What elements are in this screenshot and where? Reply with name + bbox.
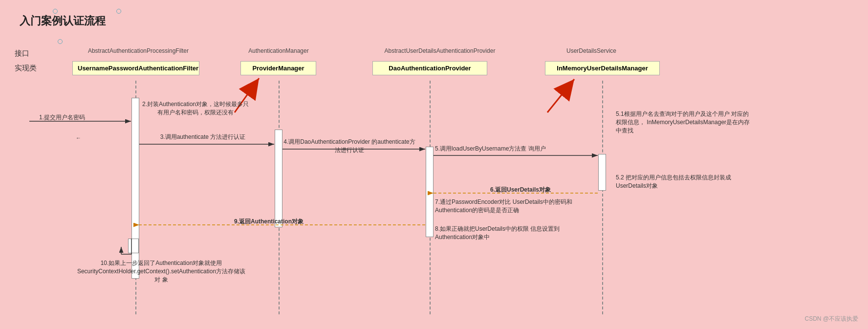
page-title: 入门案例认证流程 [20,14,106,28]
activation-3 [426,147,434,237]
interface-label-4: UserDetailsService [547,47,635,54]
interface-label-2: AuthenticationManager [239,47,318,54]
activation-2 [275,130,282,227]
message-5: 5.调用loadUserByUsername方法查 询用户 [435,145,572,153]
label-impl: 实现类 [15,64,37,73]
return-arrow-label: ← [76,134,130,142]
class-box-1: UsernamePasswordAuthenticationFilter [72,61,199,75]
deco-circle-3 [116,9,121,14]
interface-label-1: AbstractAuthenticationProcessingFilter [72,47,204,54]
label-interface: 接口 [15,49,29,58]
message-8: 8.如果正确就把UserDetails中的权限 信息设置到Authenticat… [435,225,577,241]
class-box-2: ProviderManager [240,61,316,75]
interface-label-3: AbstractUserDetailsAuthenticationProvide… [371,47,508,54]
message-10: 10.如果上一步返回了Authentication对象就使用 SecurityC… [76,259,247,284]
message-7: 7.通过PasswordEncoder对比 UserDetails中的密码和 A… [435,198,577,215]
message-3: 3.调用authenticate 方法进行认证 [154,133,252,141]
class-box-3: DaoAuthenticationProvider [372,61,487,75]
svg-line-15 [547,79,574,112]
message-1: 1.提交用户名密码 [39,113,117,122]
message-51: 5.1根据用户名去查询对于的用户及这个用户 对应的权限信息， InMemoryU… [616,110,753,134]
deco-circle-2 [58,39,63,44]
message-6: 6.返回UserDetails对象 [457,186,584,194]
deco-circle-1 [53,9,58,14]
lifeline-4 [602,81,603,314]
activation-self-1 [128,239,139,253]
csdn-label: CSDN @不应该执爱 [804,315,858,323]
message-9: 9.返回Authentication对象 [200,218,337,226]
message-52: 5.2 把对应的用户信息包括去权限信息封装成 UserDetails对象 [616,174,753,190]
class-box-4: InMemoryUserDetailsManager [545,61,660,75]
message-2: 2.封装Authentication对象，这时候最多只有用户名和密码，权限还没有 [142,100,249,117]
message-4: 4.调用DaoAuthenticationProvider 的authentic… [283,138,415,154]
activation-4 [598,154,606,191]
